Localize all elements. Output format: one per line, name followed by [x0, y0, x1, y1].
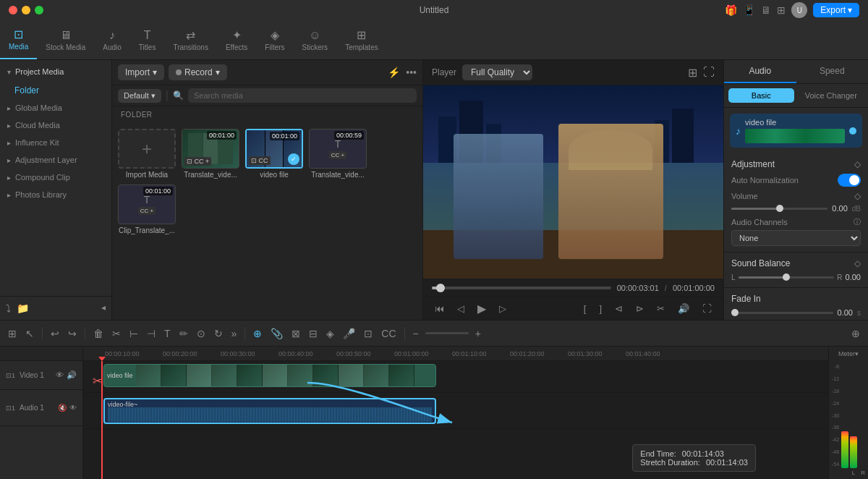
import-button[interactable]: Import ▾: [118, 64, 164, 80]
nav-templates[interactable]: ⊞ Templates: [336, 20, 387, 59]
sidebar-item-compound-clip[interactable]: ▸ Compound Clip: [0, 169, 111, 186]
razor-icon[interactable]: ⊣: [145, 326, 158, 342]
plus-zoom-icon[interactable]: +: [473, 326, 483, 342]
sidebar-item-influence-kit[interactable]: ▸ Influence Kit: [0, 134, 111, 151]
add-track-icon[interactable]: ⊕: [849, 326, 862, 342]
play-button[interactable]: ▶: [475, 300, 489, 317]
undo-icon[interactable]: ↩: [48, 326, 61, 342]
channels-info-icon[interactable]: ⓘ: [854, 217, 861, 227]
tab-audio[interactable]: Audio: [724, 60, 796, 83]
step-forward-button[interactable]: ▷: [496, 302, 509, 315]
redo-icon[interactable]: ↪: [66, 326, 79, 342]
text-tool-icon[interactable]: T: [162, 326, 173, 342]
nav-effects[interactable]: ✦ Effects: [217, 20, 256, 59]
balance-slider[interactable]: [739, 276, 835, 279]
sidebar-item-global-media[interactable]: ▸ Global Media: [0, 99, 111, 116]
audio-sync-icon[interactable]: ⊕: [251, 326, 264, 342]
maximize-button[interactable]: [35, 6, 43, 14]
prev-marker-button[interactable]: ⊲: [612, 302, 626, 315]
media-import-item[interactable]: + Import Media: [118, 129, 176, 179]
user-avatar[interactable]: U: [791, 2, 807, 18]
meter-header[interactable]: Meter ▾: [829, 347, 868, 361]
delete-icon[interactable]: 🗑: [91, 326, 106, 342]
add-marker-button[interactable]: ⊳: [633, 302, 647, 315]
volume-button[interactable]: 🔊: [675, 302, 692, 315]
track-eye-icon[interactable]: 👁: [56, 370, 64, 380]
mic-icon[interactable]: 🎤: [341, 326, 357, 342]
audio-clip[interactable]: video-file~: [103, 398, 436, 424]
ripple-icon[interactable]: ↻: [212, 326, 225, 342]
grid-icon[interactable]: ⊞: [777, 4, 786, 16]
monitor-icon[interactable]: 🖥: [761, 4, 771, 16]
volume-keyframe-icon[interactable]: ◇: [854, 191, 861, 201]
mark-out-button[interactable]: ]: [596, 302, 605, 315]
filter-icon[interactable]: ⚡: [388, 67, 400, 78]
progress-bar[interactable]: [432, 287, 611, 289]
gift-icon[interactable]: 🎁: [725, 4, 737, 16]
minus-icon[interactable]: −: [411, 326, 421, 342]
video-clip[interactable]: video file: [103, 364, 436, 387]
player-video[interactable]: [423, 85, 723, 279]
captions-icon[interactable]: CC: [379, 326, 398, 342]
export-button[interactable]: Export ▾: [813, 3, 859, 17]
auto-icon[interactable]: ⊟: [307, 326, 320, 342]
collapse-icon[interactable]: ◂: [101, 302, 106, 314]
fullscreen-icon[interactable]: ⛶: [703, 66, 715, 80]
phone-icon[interactable]: 📱: [743, 4, 755, 16]
subtab-voice-changer[interactable]: Voice Changer: [799, 88, 864, 103]
quality-select[interactable]: Full Quality: [462, 64, 532, 80]
adjustment-keyframe-icon[interactable]: ◇: [854, 159, 861, 169]
close-button[interactable]: [9, 6, 17, 14]
sidebar-item-cloud-media[interactable]: ▸ Cloud Media: [0, 116, 111, 134]
nav-stock[interactable]: 🖥 Stock Media: [37, 20, 94, 59]
media-item-1[interactable]: 00:01:00 ⊡ CC + Translate_vide...: [182, 129, 239, 179]
import-icon[interactable]: ⤵: [6, 302, 11, 314]
record-button[interactable]: Record ▾: [169, 64, 227, 80]
layout-icon[interactable]: ⊞: [6, 326, 19, 342]
split-button[interactable]: ✂: [654, 302, 668, 315]
sidebar-folder[interactable]: Folder: [0, 80, 111, 99]
select-icon[interactable]: ↖: [23, 326, 36, 342]
volume-slider[interactable]: [731, 208, 827, 210]
nav-media[interactable]: ⊡ Media: [0, 20, 37, 59]
sidebar-item-adjustment-layer[interactable]: ▸ Adjustment Layer: [0, 151, 111, 169]
balance-keyframe-icon[interactable]: ◇: [854, 258, 861, 268]
export-frame-icon[interactable]: ⊡: [362, 326, 375, 342]
default-button[interactable]: Default ▾: [118, 89, 161, 103]
grid-view-icon[interactable]: ⊞: [688, 66, 697, 80]
zoom-slider[interactable]: [425, 332, 469, 334]
skip-back-button[interactable]: ⏮: [432, 302, 447, 315]
audio-eye-icon[interactable]: 👁: [69, 404, 77, 412]
clip-icon[interactable]: 📎: [268, 326, 285, 342]
track-volume-icon[interactable]: 🔊: [67, 370, 77, 380]
nav-transitions[interactable]: ⇄ Transitions: [164, 20, 217, 59]
search-input[interactable]: [188, 88, 417, 103]
nav-titles[interactable]: T Titles: [130, 20, 165, 59]
draw-icon[interactable]: ✏: [177, 326, 190, 342]
nav-filters[interactable]: ◈ Filters: [256, 20, 293, 59]
sidebar-item-photos-library[interactable]: ▸ Photos Library: [0, 186, 111, 203]
group-icon[interactable]: ⊠: [289, 326, 302, 342]
subtab-basic[interactable]: Basic: [728, 88, 794, 103]
nav-stickers[interactable]: ☺ Stickers: [294, 20, 337, 59]
more-tools-icon[interactable]: »: [229, 326, 239, 342]
mark-in-button[interactable]: [: [581, 302, 590, 315]
media-item-4[interactable]: T CC + 00:01:00 Clip_Translate_...: [118, 185, 176, 234]
marker-icon[interactable]: ◈: [324, 326, 336, 342]
split-tool-icon[interactable]: ⊢: [127, 326, 140, 342]
more-icon[interactable]: •••: [406, 67, 417, 78]
media-item-2[interactable]: 00:01:00 ✓ ⊡ CC video file: [245, 129, 303, 179]
minimize-button[interactable]: [22, 6, 30, 14]
auto-norm-toggle[interactable]: [838, 174, 861, 187]
audio-toggle[interactable]: [849, 127, 856, 135]
media-item-3[interactable]: T CC + 00:00:59 Translate_vide...: [309, 129, 367, 179]
sidebar-item-project-media[interactable]: ▾ Project Media: [0, 63, 111, 80]
tab-speed[interactable]: Speed: [796, 60, 869, 83]
audio-mute-icon[interactable]: 🔇: [58, 404, 67, 412]
fade-in-slider[interactable]: [731, 312, 833, 314]
speed-icon[interactable]: ⊙: [195, 326, 208, 342]
cut-icon[interactable]: ✂: [110, 326, 123, 342]
channels-select[interactable]: None: [731, 230, 861, 246]
fullscreen-button[interactable]: ⛶: [699, 302, 715, 315]
step-back-button[interactable]: ◁: [454, 302, 467, 315]
